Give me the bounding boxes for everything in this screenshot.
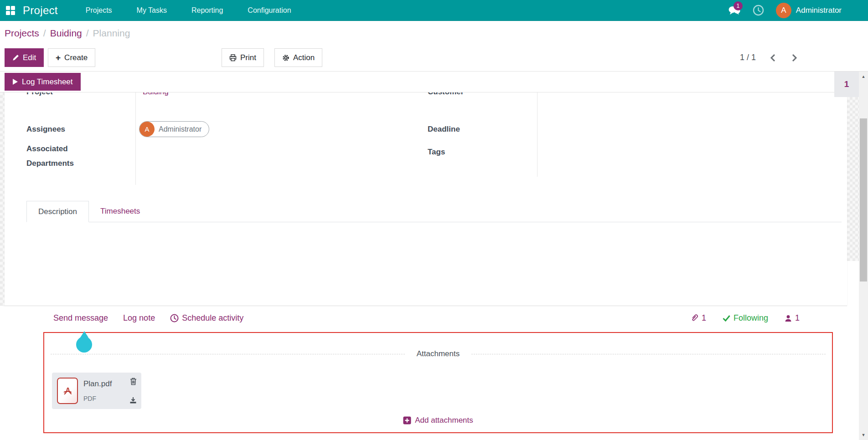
attachment-card[interactable]: Plan.pdf PDF bbox=[52, 373, 141, 409]
scrollbar-thumb[interactable] bbox=[860, 118, 867, 281]
check-icon bbox=[723, 315, 730, 322]
field-label-associated-departments: Associated Departments bbox=[26, 142, 95, 171]
assignee-name: Administrator bbox=[159, 125, 202, 133]
acrobat-glyph-icon bbox=[62, 385, 73, 396]
following-button[interactable]: Following bbox=[723, 313, 768, 323]
user-name: Administrator bbox=[796, 6, 842, 15]
tab-timesheets[interactable]: Timesheets bbox=[89, 200, 151, 222]
file-name: Plan.pdf bbox=[83, 379, 112, 389]
breadcrumb-current: Planning bbox=[93, 28, 130, 39]
scroll-up-arrow[interactable]: ▲ bbox=[859, 72, 868, 81]
schedule-clock-icon bbox=[170, 314, 179, 322]
field-label-deadline: Deadline bbox=[428, 123, 460, 136]
person-icon bbox=[785, 315, 792, 322]
create-button[interactable]: + Create bbox=[48, 48, 95, 67]
add-attachments-row: Add attachments bbox=[44, 416, 832, 425]
add-attachments-button[interactable]: Add attachments bbox=[403, 416, 473, 425]
activities-button[interactable] bbox=[753, 5, 764, 16]
messages-button[interactable]: 1 bbox=[728, 5, 741, 15]
statusbar: Log Timesheet 1 bbox=[0, 72, 868, 92]
pdf-file-icon bbox=[57, 378, 78, 404]
breadcrumb: Projects / Buiding / Planning bbox=[5, 28, 130, 39]
divider bbox=[471, 354, 826, 354]
schedule-activity-button[interactable]: Schedule activity bbox=[170, 313, 243, 323]
play-icon bbox=[12, 78, 18, 85]
pager-previous-button[interactable] bbox=[770, 54, 777, 62]
menu-projects[interactable]: Projects bbox=[73, 0, 124, 21]
chevron-left-icon bbox=[770, 54, 777, 62]
attachments-toggle[interactable]: 1 bbox=[691, 313, 706, 323]
file-info: Plan.pdf PDF bbox=[83, 379, 112, 403]
pager-value: 1 / 1 bbox=[740, 53, 756, 62]
notebook-tabs: Description Timesheets bbox=[26, 201, 842, 222]
chatter-meta: 1 Following 1 bbox=[691, 313, 800, 323]
schedule-activity-label: Schedule activity bbox=[182, 313, 243, 323]
log-timesheet-button[interactable]: Log Timesheet bbox=[5, 73, 81, 91]
attachments-title: Attachments bbox=[417, 349, 460, 358]
download-icon bbox=[129, 397, 137, 404]
menu-reporting[interactable]: Reporting bbox=[179, 0, 235, 21]
control-panel-buttons: Edit + Create Print Action 1 / 1 bbox=[5, 48, 868, 67]
field-label-project: Project bbox=[26, 92, 53, 99]
assignee-pill[interactable]: A Administrator bbox=[139, 121, 209, 137]
divider bbox=[51, 354, 405, 354]
menu-my-tasks[interactable]: My Tasks bbox=[124, 0, 179, 21]
touch-cursor-indicator bbox=[76, 337, 92, 353]
breadcrumb-separator: / bbox=[86, 28, 89, 39]
following-label: Following bbox=[734, 313, 768, 323]
clock-icon bbox=[753, 5, 764, 16]
print-button[interactable]: Print bbox=[222, 48, 264, 67]
menu-configuration[interactable]: Configuration bbox=[235, 0, 303, 21]
action-label: Action bbox=[293, 53, 315, 62]
plus-square-icon bbox=[403, 416, 411, 425]
download-attachment-button[interactable] bbox=[129, 397, 137, 404]
log-note-button[interactable]: Log note bbox=[123, 313, 155, 323]
field-label-assignees: Assignees bbox=[26, 123, 65, 136]
field-value-project[interactable]: Buiding bbox=[143, 92, 169, 99]
main-menu: Projects My Tasks Reporting Configuratio… bbox=[73, 0, 304, 21]
edit-label: Edit bbox=[23, 53, 36, 62]
send-message-button[interactable]: Send message bbox=[53, 313, 108, 323]
pager-next-button[interactable] bbox=[790, 54, 798, 62]
edit-button[interactable]: Edit bbox=[5, 48, 44, 67]
action-button[interactable]: Action bbox=[274, 48, 322, 67]
tab-description[interactable]: Description bbox=[26, 201, 89, 222]
navbar-right: 1 A Administrator bbox=[728, 3, 868, 18]
column-divider bbox=[135, 92, 136, 185]
pencil-icon bbox=[12, 54, 19, 61]
pager: 1 / 1 bbox=[740, 48, 798, 67]
field-label-customer: Customer bbox=[428, 92, 464, 99]
paperclip-icon bbox=[691, 314, 698, 322]
stat-button[interactable]: 1 bbox=[834, 72, 859, 97]
chevron-right-icon bbox=[790, 54, 798, 62]
trash-icon bbox=[130, 378, 137, 385]
breadcrumb-buiding[interactable]: Buiding bbox=[50, 28, 82, 39]
followers-button[interactable]: 1 bbox=[785, 313, 800, 323]
scroll-down-arrow[interactable]: ▼ bbox=[859, 431, 868, 439]
attachment-count: 1 bbox=[702, 313, 706, 323]
log-timesheet-label: Log Timesheet bbox=[22, 77, 73, 87]
user-avatar: A bbox=[776, 3, 791, 18]
form-sheet: Project Buiding Assignees A Administrato… bbox=[5, 92, 847, 306]
plus-icon: + bbox=[56, 53, 61, 62]
user-menu[interactable]: A Administrator bbox=[776, 3, 842, 18]
column-divider bbox=[537, 92, 537, 177]
apps-grid-icon[interactable] bbox=[0, 0, 21, 21]
top-navbar: Project Projects My Tasks Reporting Conf… bbox=[0, 0, 868, 21]
field-label-tags: Tags bbox=[428, 145, 445, 159]
form-view: Project Buiding Assignees A Administrato… bbox=[0, 92, 868, 306]
printer-icon bbox=[229, 54, 237, 61]
grid-icon bbox=[5, 5, 16, 15]
create-label: Create bbox=[64, 53, 88, 62]
vertical-scrollbar[interactable]: ▲ ▼ bbox=[859, 72, 868, 440]
app-brand[interactable]: Project bbox=[21, 4, 73, 17]
attachments-panel: Attachments Plan.pdf PDF bbox=[43, 332, 833, 433]
assignee-avatar: A bbox=[140, 122, 155, 137]
chatter: Send message Log note Schedule activity … bbox=[0, 306, 868, 440]
delete-attachment-button[interactable] bbox=[130, 378, 137, 385]
control-panel: Projects / Buiding / Planning Edit + Cre… bbox=[0, 21, 868, 72]
messages-badge: 1 bbox=[734, 1, 743, 10]
breadcrumb-projects[interactable]: Projects bbox=[5, 28, 39, 39]
follower-count: 1 bbox=[795, 313, 800, 323]
page-margin-right bbox=[847, 97, 859, 261]
